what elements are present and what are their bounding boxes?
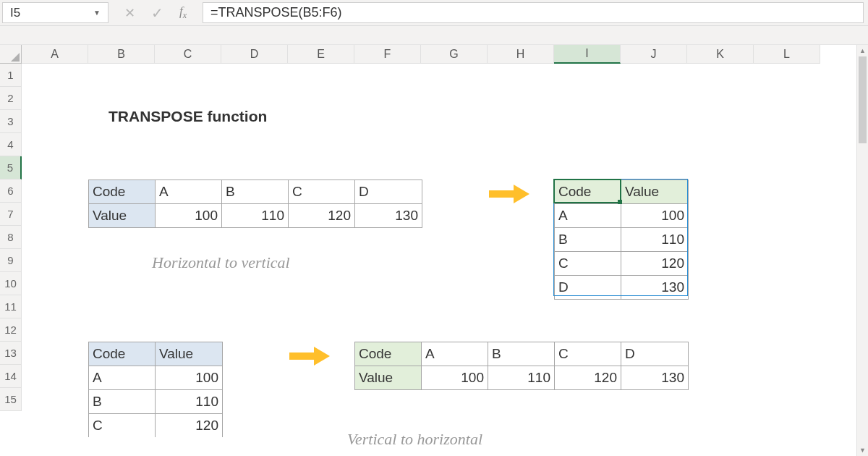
cell[interactable] <box>22 295 88 318</box>
cell[interactable] <box>554 156 621 180</box>
cell[interactable] <box>288 110 354 133</box>
cell[interactable] <box>621 87 687 110</box>
cell-label[interactable]: Value <box>621 180 688 203</box>
cell[interactable]: A <box>89 366 156 389</box>
cell[interactable]: 100 <box>422 366 488 389</box>
cell[interactable]: 120 <box>156 414 222 437</box>
cell[interactable] <box>221 388 288 411</box>
cell[interactable] <box>687 295 754 318</box>
column-header[interactable]: D <box>221 45 288 64</box>
cell-label[interactable]: Value <box>355 366 422 389</box>
cell[interactable]: 110 <box>156 390 222 413</box>
cell[interactable] <box>421 87 488 110</box>
cell[interactable] <box>354 388 421 411</box>
cell[interactable] <box>488 110 554 133</box>
cell[interactable] <box>421 156 488 180</box>
column-header[interactable]: G <box>421 45 488 64</box>
cell[interactable]: C <box>555 252 621 275</box>
cell[interactable]: 120 <box>555 366 621 389</box>
cell[interactable] <box>221 64 288 87</box>
cell[interactable] <box>354 318 421 342</box>
cell[interactable] <box>88 272 155 295</box>
cell[interactable] <box>687 64 754 87</box>
cell[interactable] <box>754 110 820 133</box>
cell[interactable] <box>354 226 421 249</box>
cell[interactable]: 130 <box>355 204 422 227</box>
cell[interactable] <box>687 110 754 133</box>
column-header[interactable]: C <box>155 45 221 64</box>
fx-icon[interactable]: fx <box>179 4 187 21</box>
cell[interactable] <box>687 365 754 388</box>
cell[interactable] <box>621 156 687 180</box>
cell[interactable] <box>754 249 820 272</box>
cell[interactable] <box>288 87 354 110</box>
cell[interactable] <box>221 342 288 365</box>
cell[interactable]: 100 <box>156 204 222 227</box>
select-all-corner[interactable] <box>0 45 22 64</box>
cell[interactable] <box>354 295 421 318</box>
cell[interactable] <box>22 87 88 110</box>
cell[interactable] <box>621 133 687 156</box>
cell[interactable] <box>687 318 754 342</box>
cell[interactable] <box>488 133 554 156</box>
cell[interactable] <box>687 156 754 180</box>
cell[interactable] <box>354 87 421 110</box>
cell[interactable] <box>88 249 155 272</box>
row-header[interactable]: 1 <box>0 64 22 87</box>
cell[interactable] <box>554 133 621 156</box>
cell[interactable] <box>221 226 288 249</box>
cell[interactable] <box>554 87 621 110</box>
cell[interactable] <box>754 295 820 318</box>
cell[interactable] <box>155 318 221 342</box>
cell[interactable] <box>421 203 488 226</box>
cell[interactable] <box>221 295 288 318</box>
cell-label[interactable]: Code <box>355 342 422 366</box>
row-header[interactable]: 3 <box>0 110 22 133</box>
cell[interactable] <box>421 133 488 156</box>
row-header[interactable]: 9 <box>0 249 22 272</box>
cell[interactable] <box>221 318 288 342</box>
cell[interactable] <box>488 388 554 411</box>
cell-label[interactable]: Code <box>89 180 156 203</box>
cell[interactable] <box>221 87 288 110</box>
cell[interactable] <box>621 64 687 87</box>
cell[interactable] <box>554 388 621 411</box>
cell[interactable] <box>754 87 820 110</box>
row-header[interactable]: 8 <box>0 226 22 249</box>
row-header[interactable]: 4 <box>0 133 22 156</box>
cell[interactable] <box>288 318 354 342</box>
cell[interactable] <box>22 180 88 203</box>
cell[interactable] <box>687 272 754 295</box>
cell[interactable] <box>354 272 421 295</box>
row-header[interactable]: 6 <box>0 180 22 203</box>
row-header[interactable]: 14 <box>0 365 22 388</box>
cell-label[interactable]: Value <box>156 342 222 366</box>
cell[interactable] <box>155 272 221 295</box>
column-header[interactable]: A <box>22 45 88 64</box>
cell[interactable] <box>221 272 288 295</box>
name-box-dropdown-icon[interactable]: ▼ <box>93 9 101 17</box>
cell[interactable] <box>288 272 354 295</box>
cell[interactable]: C <box>89 414 156 437</box>
scrollbar-track[interactable] <box>859 56 867 444</box>
cell[interactable]: A <box>156 180 222 203</box>
cell[interactable] <box>554 110 621 133</box>
cell[interactable] <box>221 365 288 388</box>
cell[interactable] <box>621 318 687 342</box>
cell[interactable] <box>88 295 155 318</box>
cell[interactable] <box>421 226 488 249</box>
cell[interactable] <box>488 203 554 226</box>
row-header[interactable]: 10 <box>0 272 22 295</box>
cell[interactable] <box>488 318 554 342</box>
cell[interactable]: 100 <box>621 204 688 227</box>
cell[interactable]: A <box>555 204 621 227</box>
cell[interactable]: B <box>89 390 156 413</box>
cell[interactable] <box>22 249 88 272</box>
cell[interactable] <box>354 249 421 272</box>
scroll-down-icon[interactable]: ▼ <box>857 444 868 456</box>
cell[interactable] <box>288 226 354 249</box>
cell-label[interactable]: Code <box>89 342 156 366</box>
cell[interactable] <box>22 388 88 411</box>
cell[interactable] <box>687 342 754 365</box>
cell[interactable] <box>488 64 554 87</box>
